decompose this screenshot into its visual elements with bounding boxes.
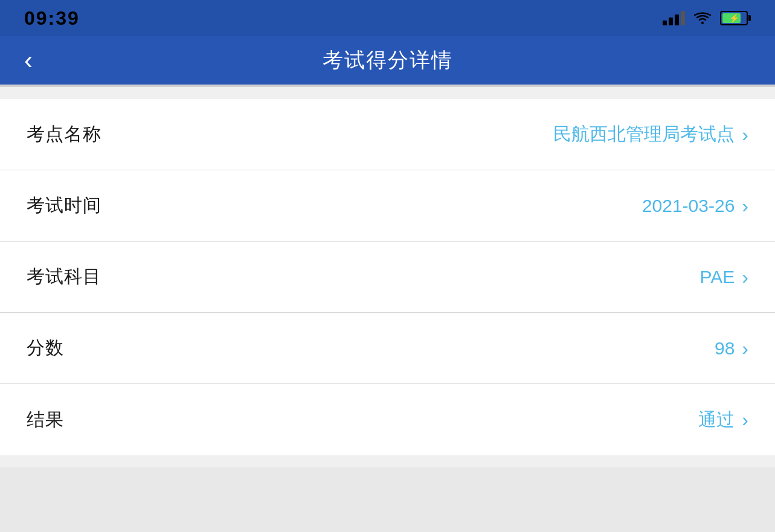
exam-result-value: 通过 xyxy=(698,408,735,432)
exam-subject-value: PAE xyxy=(700,267,735,287)
chevron-icon: › xyxy=(742,125,748,144)
content-area: 考点名称 民航西北管理局考试点 › 考试时间 2021-03-26 › 考试科目… xyxy=(0,87,775,467)
exam-subject-right: PAE › xyxy=(700,267,748,287)
list-item-exam-result[interactable]: 结果 通过 › xyxy=(0,384,775,455)
exam-score-label: 分数 xyxy=(27,336,64,361)
exam-time-right: 2021-03-26 › xyxy=(642,196,748,216)
list-item-exam-location[interactable]: 考点名称 民航西北管理局考试点 › xyxy=(0,99,775,170)
list-item-exam-subject[interactable]: 考试科目 PAE › xyxy=(0,242,775,313)
signal-icon xyxy=(663,11,685,25)
exam-location-label: 考点名称 xyxy=(27,122,101,147)
exam-time-label: 考试时间 xyxy=(27,193,101,218)
list-container: 考点名称 民航西北管理局考试点 › 考试时间 2021-03-26 › 考试科目… xyxy=(0,99,775,455)
svg-point-0 xyxy=(701,22,704,24)
exam-result-label: 结果 xyxy=(27,408,64,432)
chevron-icon: › xyxy=(742,339,748,358)
status-bar: 09:39 ⚡ xyxy=(0,0,775,36)
chevron-icon: › xyxy=(742,196,748,216)
list-item-exam-time[interactable]: 考试时间 2021-03-26 › xyxy=(0,170,775,242)
battery-icon: ⚡ xyxy=(720,11,751,25)
nav-bar: ‹ 考试得分详情 xyxy=(0,36,775,85)
nav-title: 考试得分详情 xyxy=(323,46,453,74)
wifi-icon xyxy=(693,11,712,25)
list-item-exam-score[interactable]: 分数 98 › xyxy=(0,313,775,384)
exam-subject-label: 考试科目 xyxy=(27,264,101,289)
exam-result-right: 通过 › xyxy=(698,408,748,432)
exam-time-value: 2021-03-26 xyxy=(642,196,735,216)
status-time: 09:39 xyxy=(24,7,80,30)
chevron-icon: › xyxy=(742,410,748,429)
exam-score-right: 98 › xyxy=(715,338,748,359)
status-icons: ⚡ xyxy=(663,11,751,25)
chevron-icon: › xyxy=(742,268,748,287)
exam-location-right: 民航西北管理局考试点 › xyxy=(553,122,748,147)
back-button[interactable]: ‹ xyxy=(24,48,33,73)
exam-location-value: 民航西北管理局考试点 xyxy=(553,122,735,147)
exam-score-value: 98 xyxy=(715,338,735,359)
